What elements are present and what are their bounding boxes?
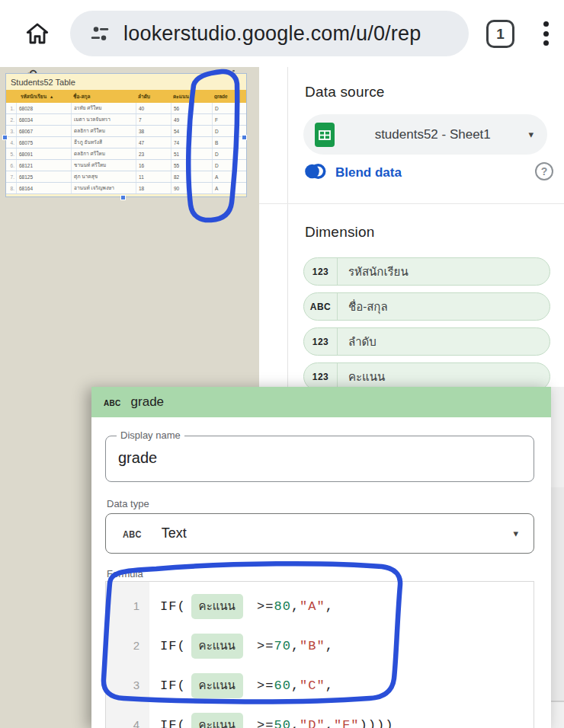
cell-student-id: 68028 — [16, 103, 71, 113]
blend-data-label: Blend data — [335, 165, 402, 180]
students-table-widget[interactable]: Students52 Table รหัสนักเรียน ▴ ชื่อ-สกุ… — [5, 73, 247, 197]
table-row[interactable]: 3. 68067 ดลธิกา ศรีใหม 38 54 D — [6, 126, 246, 137]
formula-token-pl: )))) — [360, 718, 394, 728]
cell-grade: D — [212, 103, 246, 113]
cell-student-id: 68091 — [16, 148, 71, 159]
cell-score: 82 — [171, 171, 212, 182]
data-type-label: Data type — [107, 498, 534, 509]
table-row[interactable]: 4. 68075 ธีรภู ธันทรังสี 47 74 B — [6, 137, 246, 148]
formula-line[interactable]: IF(คะแนน >=80,"A", — [160, 586, 534, 626]
table-title: Students52 Table — [6, 74, 246, 90]
dimension-field-pill[interactable]: 123 ลำดับ — [303, 327, 550, 356]
formula-line[interactable]: IF(คะแนน >=60,"C", — [160, 666, 534, 705]
cell-score: 56 — [171, 103, 212, 113]
cell-score: 90 — [171, 183, 212, 193]
formula-token-str: "A" — [300, 599, 325, 614]
dimension-heading: Dimension — [305, 224, 375, 241]
data-source-name: students52 - Sheet1 — [337, 127, 528, 142]
row-index: 5. — [6, 148, 16, 159]
cell-score: 54 — [171, 126, 212, 136]
sort-asc-icon: ▴ — [48, 94, 53, 99]
row-index: 6. — [6, 160, 16, 171]
table-row[interactable]: 5. 68091 ดลธิกา ศรีใหม 23 51 D — [6, 148, 246, 160]
table-row[interactable]: 8. 68164 อานนท์ เจริญพงษา 18 90 A — [6, 183, 246, 194]
field-dialog-title: grade — [131, 394, 164, 410]
formula-line-number: 3 — [106, 666, 149, 705]
cell-name: อานนท์ เจริญพงษา — [71, 183, 136, 193]
selection-handle-bottom[interactable] — [120, 195, 126, 200]
formula-token-op: >= — [248, 639, 274, 653]
menu-icon[interactable] — [543, 19, 549, 48]
formula-line-number: 2 — [106, 626, 149, 666]
data-type-value: Text — [162, 525, 187, 541]
formula-editor[interactable]: 1234 IF(คะแนน >=80,"A",IF(คะแนน >=70,"B"… — [105, 581, 534, 728]
field-edit-dialog: ABC grade Display name grade Data type A… — [91, 387, 551, 728]
google-sheets-icon — [312, 122, 337, 148]
cell-name: เมตา นวลจันทรา — [71, 114, 136, 125]
formula-token-kw: IF( — [160, 639, 186, 653]
formula-line-number: 4 — [106, 705, 149, 728]
browser-toolbar: lookerstudio.google.com/u/0/rep 1 — [0, 0, 564, 67]
formula-token-num: 50 — [274, 718, 291, 728]
blend-data-button[interactable]: Blend data — [303, 160, 402, 186]
background-panel-strip — [551, 387, 564, 728]
chevron-down-icon: ▾ — [528, 129, 534, 140]
header-grade[interactable]: grade — [212, 94, 246, 99]
cell-score: 49 — [171, 114, 212, 125]
dimension-fields: 123 รหัสนักเรียน ABC ชื่อ-สกุล 123 ลำดับ… — [303, 257, 550, 398]
table-row[interactable]: 1. 68028 อรทัย ศรีใหม 40 56 D — [6, 103, 246, 114]
field-type-badge: 123 — [304, 363, 338, 390]
cell-student-id: 68075 — [16, 137, 71, 148]
help-icon[interactable]: ? — [535, 162, 553, 180]
field-type-badge: ABC — [304, 293, 338, 320]
header-name[interactable]: ชื่อ-สกุล — [71, 93, 136, 101]
field-label: คะแนน — [338, 368, 385, 386]
formula-token-pl: , — [291, 599, 300, 614]
cell-score: 74 — [171, 137, 212, 148]
display-name-value: grade — [118, 449, 157, 467]
table-row[interactable]: 7. 68125 ศุภ นาคสุข 11 82 A — [6, 171, 246, 183]
cell-name: อรทัย ศรีใหม — [71, 103, 136, 113]
dimension-field-pill[interactable]: ABC ชื่อ-สกุล — [303, 292, 550, 321]
field-type-badge: 123 — [304, 328, 338, 355]
field-dialog-body: Display name grade Data type ABC Text ▾ … — [91, 417, 551, 728]
cell-order: 23 — [136, 148, 171, 159]
table-row[interactable]: 6. 68121 ชานนท์ ศรีใหม 16 55 D — [6, 160, 246, 171]
table-row[interactable]: 2. 68034 เมตา นวลจันทรา 7 49 F — [6, 114, 246, 126]
formula-token-pl: , — [291, 679, 300, 693]
data-type-select[interactable]: ABC Text ▾ — [105, 513, 534, 554]
tab-switcher-button[interactable]: 1 — [486, 20, 514, 48]
data-source-selector[interactable]: students52 - Sheet1 ▾ — [303, 114, 547, 155]
selection-handle-left[interactable] — [2, 135, 8, 140]
screen: lookerstudio.google.com/u/0/rep 1 ↶ Stud… — [0, 0, 564, 728]
url-bar[interactable]: lookerstudio.google.com/u/0/rep — [70, 11, 469, 56]
header-score[interactable]: คะแนน — [171, 93, 212, 101]
header-student-id[interactable]: รหัสนักเรียน ▴ — [16, 93, 71, 101]
formula-label: Formula — [107, 568, 534, 580]
row-index: 7. — [6, 171, 16, 182]
header-order[interactable]: ลำดับ — [136, 93, 171, 101]
field-label: ชื่อ-สกุล — [338, 298, 388, 316]
cell-order: 38 — [136, 126, 171, 136]
row-index: 2. — [6, 114, 16, 125]
cell-order: 11 — [136, 171, 171, 182]
url-text: lookerstudio.google.com/u/0/rep — [123, 22, 421, 46]
cell-student-id: 68067 — [16, 126, 71, 136]
display-name-field[interactable]: Display name grade — [105, 436, 534, 482]
selection-handle-right[interactable] — [242, 135, 247, 140]
formula-code[interactable]: IF(คะแนน >=80,"A",IF(คะแนน >=70,"B",IF(ค… — [149, 582, 534, 728]
formula-token-kw: IF( — [160, 718, 186, 728]
display-name-label: Display name — [117, 429, 184, 441]
home-icon[interactable] — [23, 19, 52, 48]
cell-student-id: 68121 — [16, 160, 71, 171]
dimension-field-pill[interactable]: 123 รหัสนักเรียน — [303, 257, 550, 286]
cell-order: 18 — [136, 183, 171, 193]
row-index: 1. — [6, 103, 16, 113]
formula-token-pl: , — [291, 639, 300, 653]
cell-order: 16 — [136, 160, 171, 171]
site-controls-icon[interactable] — [88, 22, 111, 45]
cell-student-id: 68034 — [16, 114, 71, 125]
field-type-badge: 123 — [304, 258, 338, 285]
formula-line[interactable]: IF(คะแนน >=50,"D","F")))) — [160, 705, 534, 728]
formula-line[interactable]: IF(คะแนน >=70,"B", — [160, 626, 534, 666]
